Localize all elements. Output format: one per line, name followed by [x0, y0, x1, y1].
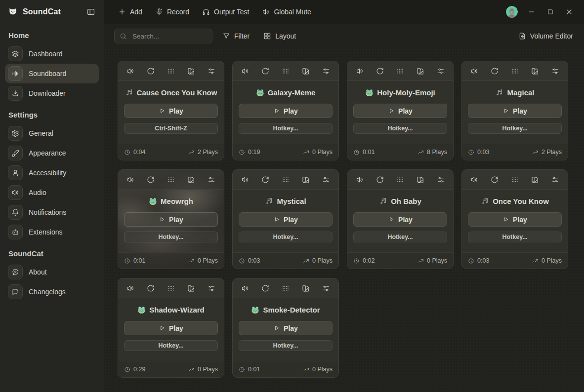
- card-drag-grid-button[interactable]: [166, 283, 176, 293]
- sidebar-item-accessibility[interactable]: Accessibility: [5, 163, 99, 183]
- card-volume-button[interactable]: [125, 66, 135, 76]
- card-drag-grid-button[interactable]: [510, 175, 520, 185]
- card-swatch-button[interactable]: [186, 175, 196, 185]
- card-swatch-button[interactable]: [416, 66, 425, 76]
- card-volume-button[interactable]: [469, 66, 479, 76]
- card-drag-grid-button[interactable]: [166, 175, 176, 185]
- card-swatch-button[interactable]: [301, 283, 311, 293]
- card-sliders-button[interactable]: [436, 66, 446, 76]
- layout-button[interactable]: Layout: [259, 29, 300, 43]
- play-button[interactable]: Play: [353, 212, 447, 227]
- sidebar-item-about[interactable]: About: [5, 262, 99, 282]
- card-sliders-button[interactable]: [436, 175, 446, 185]
- card-loop-button[interactable]: [260, 175, 270, 185]
- play-button[interactable]: Play: [239, 212, 333, 227]
- output-test-button[interactable]: Output Test: [198, 5, 253, 19]
- card-loop-button[interactable]: [490, 175, 500, 185]
- global-mute-button[interactable]: Global Mute: [258, 5, 315, 19]
- card-sliders-button[interactable]: [321, 66, 331, 76]
- card-swatch-button[interactable]: [301, 66, 311, 76]
- hotkey-button[interactable]: Hotkey...: [468, 232, 562, 242]
- card-volume-button[interactable]: [125, 175, 135, 185]
- play-button[interactable]: Play: [124, 212, 218, 227]
- play-button[interactable]: Play: [124, 321, 218, 335]
- card-swatch-button[interactable]: [416, 175, 425, 185]
- play-button[interactable]: Play: [468, 212, 562, 227]
- sidebar-item-extensions[interactable]: Extensions: [5, 222, 99, 242]
- sidebar-item-changelogs[interactable]: Changelogs: [5, 282, 99, 302]
- card-swatch-button[interactable]: [530, 175, 540, 185]
- hotkey-label: Hotkey...: [273, 125, 298, 132]
- hotkey-button[interactable]: Hotkey...: [239, 232, 333, 242]
- sidebar-item-general[interactable]: General: [5, 123, 99, 143]
- record-button[interactable]: Record: [151, 5, 193, 19]
- play-button[interactable]: Play: [468, 104, 562, 118]
- hotkey-button[interactable]: Hotkey...: [353, 232, 447, 242]
- output-test-label: Output Test: [214, 8, 249, 16]
- card-drag-grid-button[interactable]: [281, 175, 291, 185]
- card-swatch-button[interactable]: [530, 66, 540, 76]
- card-drag-grid-button[interactable]: [281, 66, 291, 76]
- hotkey-button[interactable]: Hotkey...: [239, 123, 333, 134]
- card-sliders-button[interactable]: [550, 66, 560, 76]
- search-input[interactable]: [131, 32, 207, 40]
- card-sliders-button[interactable]: [207, 283, 216, 293]
- user-avatar-image[interactable]: [506, 6, 518, 18]
- card-loop-button[interactable]: [146, 283, 156, 293]
- card-swatch-button[interactable]: [186, 66, 196, 76]
- search-box[interactable]: [114, 29, 212, 43]
- card-volume-button[interactable]: [240, 66, 250, 76]
- card-loop-button[interactable]: [375, 175, 385, 185]
- drag-grid-icon: [167, 284, 175, 292]
- hotkey-button[interactable]: Hotkey...: [353, 123, 447, 134]
- play-button[interactable]: Play: [239, 104, 333, 118]
- sidebar-item-notifications[interactable]: Notifications: [5, 202, 99, 222]
- card-drag-grid-button[interactable]: [166, 66, 176, 76]
- sidebar-item-soundboard[interactable]: Soundboard: [5, 64, 99, 83]
- card-swatch-button[interactable]: [301, 175, 311, 185]
- card-sliders-button[interactable]: [321, 283, 331, 293]
- close-button[interactable]: [561, 4, 577, 19]
- card-loop-button[interactable]: [146, 175, 156, 185]
- card-loop-button[interactable]: [146, 66, 156, 76]
- card-sliders-button[interactable]: [207, 175, 216, 185]
- card-body: MeowrghPlayHotkey...: [118, 190, 224, 252]
- card-volume-button[interactable]: [355, 66, 365, 76]
- card-volume-button[interactable]: [469, 175, 479, 185]
- minimize-button[interactable]: [524, 4, 540, 19]
- card-drag-grid-button[interactable]: [510, 66, 520, 76]
- sidebar-item-audio[interactable]: Audio: [5, 183, 99, 202]
- card-sliders-button[interactable]: [321, 175, 331, 185]
- hotkey-button[interactable]: Hotkey...: [124, 232, 218, 242]
- hotkey-button[interactable]: Ctrl-Shift-Z: [124, 123, 218, 134]
- card-sliders-button[interactable]: [550, 175, 560, 185]
- add-button[interactable]: Add: [114, 5, 146, 19]
- play-button[interactable]: Play: [353, 104, 447, 118]
- card-drag-grid-button[interactable]: [281, 283, 291, 293]
- card-swatch-button[interactable]: [186, 283, 196, 293]
- card-drag-grid-button[interactable]: [395, 175, 405, 185]
- sidebar-toggle-button[interactable]: [85, 6, 96, 17]
- card-loop-button[interactable]: [260, 283, 270, 293]
- hotkey-button[interactable]: Hotkey...: [468, 123, 562, 134]
- card-drag-grid-button[interactable]: [395, 66, 405, 76]
- card-volume-button[interactable]: [240, 283, 250, 293]
- sidebar-item-dashboard[interactable]: Dashboard: [5, 44, 99, 64]
- sidebar-item-appearance[interactable]: Appearance: [5, 143, 99, 163]
- card-loop-button[interactable]: [375, 66, 385, 76]
- card-sliders-button[interactable]: [207, 66, 216, 76]
- card-loop-button[interactable]: [260, 66, 270, 76]
- hotkey-button[interactable]: Hotkey...: [124, 340, 218, 351]
- card-loop-button[interactable]: [490, 66, 500, 76]
- filter-button[interactable]: Filter: [218, 29, 253, 43]
- sidebar-item-downloader[interactable]: Downloader: [5, 83, 99, 103]
- card-volume-button[interactable]: [240, 175, 250, 185]
- volume-editor-button[interactable]: Volume Editor: [514, 29, 577, 43]
- card-volume-button[interactable]: [355, 175, 365, 185]
- hotkey-button[interactable]: Hotkey...: [239, 340, 333, 351]
- card-volume-button[interactable]: [125, 283, 135, 293]
- drag-grid-icon: [167, 67, 175, 75]
- play-button[interactable]: Play: [124, 104, 218, 118]
- maximize-button[interactable]: [542, 4, 558, 19]
- play-button[interactable]: Play: [239, 321, 333, 335]
